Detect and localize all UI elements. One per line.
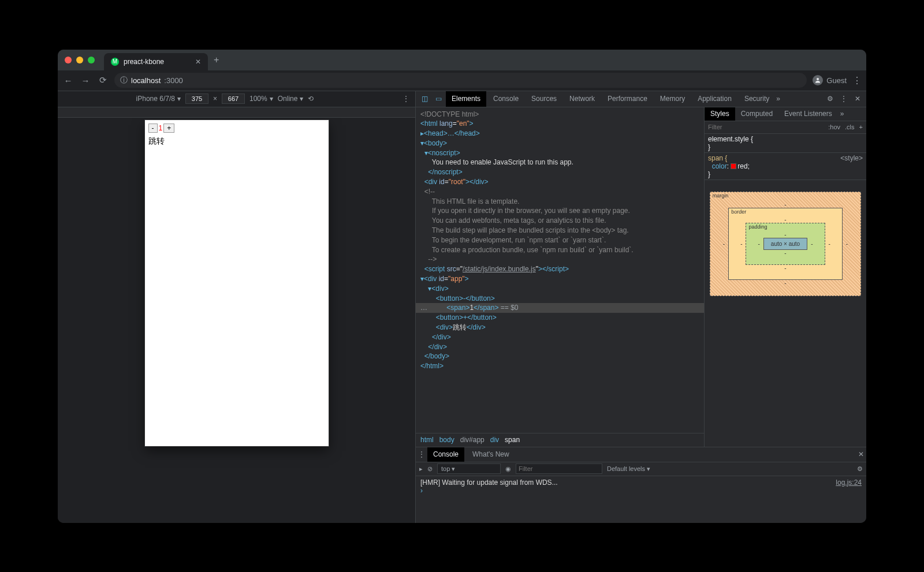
close-window-icon[interactable] [65, 57, 72, 63]
device-preview-panel: iPhone 6/7/8 ▾ × 100% ▾ Online ▾ ⟲ ⋮ - 1… [58, 91, 416, 523]
tab-close-icon[interactable]: ✕ [195, 58, 201, 66]
drawer-tab-whatsnew[interactable]: What's New [467, 447, 515, 462]
throttle-select[interactable]: Online ▾ [278, 95, 304, 103]
elements-tree-column: <!DOCTYPE html> <html lang="en"> ▸<head>… [416, 107, 705, 447]
new-tab-button[interactable]: + [214, 55, 219, 65]
device-select[interactable]: iPhone 6/7/8 ▾ [136, 95, 181, 103]
dom-breadcrumb: html body div#app div span [416, 433, 704, 447]
url-path: :3000 [164, 76, 183, 85]
tab-network[interactable]: Network [564, 91, 601, 107]
styles-filter-row: :hov .cls + [705, 121, 866, 134]
main-area: iPhone 6/7/8 ▾ × 100% ▾ Online ▾ ⟲ ⋮ - 1… [58, 91, 866, 523]
dom-tree[interactable]: <!DOCTYPE html> <html lang="en"> ▸<head>… [416, 107, 704, 433]
tab-event-listeners[interactable]: Event Listeners [778, 107, 838, 121]
context-select[interactable]: top ▾ [437, 463, 501, 474]
jump-link[interactable]: 跳转 [148, 136, 325, 147]
box-padding[interactable]: padding - - auto × auto - - [746, 223, 825, 265]
new-rule-icon[interactable]: + [859, 124, 863, 130]
reload-button[interactable]: ⟳ [97, 75, 109, 85]
rule-span[interactable]: span {<style> color: red; } [705, 153, 866, 180]
selected-dom-node[interactable]: … <span>1</span> == $0 [416, 303, 704, 313]
tab-performance[interactable]: Performance [602, 91, 653, 107]
rotate-icon[interactable]: ⟲ [308, 95, 314, 103]
styles-filter-input[interactable] [708, 124, 824, 130]
console-log-message: [HMR] Waiting for update signal from WDS… [420, 478, 558, 487]
tab-console[interactable]: Console [487, 91, 524, 107]
tab-sources[interactable]: Sources [526, 91, 562, 107]
console-toolbar: ▸ ⊘ top ▾ ◉ Default levels ▾ ⚙ [416, 462, 866, 476]
traffic-lights [65, 57, 95, 63]
levels-select[interactable]: Default levels ▾ [607, 465, 650, 473]
tab-styles[interactable]: Styles [705, 107, 735, 121]
inspect-icon[interactable]: ◫ [418, 95, 431, 103]
chrome-window: М preact-kbone ✕ + ← → ⟳ ⓘ localhost:300… [58, 50, 866, 523]
window-titlebar: М preact-kbone ✕ + [58, 50, 866, 70]
console-prompt[interactable]: › [420, 487, 423, 495]
console-log-source[interactable]: log.js:24 [836, 478, 862, 487]
minus-button[interactable]: - [148, 124, 158, 133]
favicon-icon: М [111, 58, 119, 66]
counter-row: - 1 + [148, 124, 325, 133]
console-sidebar-icon[interactable]: ▸ [419, 465, 423, 473]
drawer-tabs: ⋮ Console What's New ✕ [416, 447, 866, 462]
device-mode-icon[interactable]: ▭ [432, 95, 445, 103]
profile-label: Guest [826, 76, 847, 85]
console-filter-input[interactable] [516, 463, 602, 474]
info-icon: ⓘ [120, 75, 128, 85]
zoom-select[interactable]: 100% ▾ [249, 95, 273, 103]
crumb-span[interactable]: span [505, 436, 520, 444]
crumb-div[interactable]: div [490, 436, 499, 444]
device-width-input[interactable] [185, 94, 208, 104]
tab-title: preact-kbone [124, 58, 164, 66]
browser-tab[interactable]: М preact-kbone ✕ [104, 53, 208, 70]
plus-button[interactable]: + [163, 124, 174, 133]
device-height-input[interactable] [222, 94, 245, 104]
maximize-window-icon[interactable] [88, 57, 95, 63]
rule-element-style[interactable]: element.style { } [705, 134, 866, 153]
crumb-html[interactable]: html [420, 436, 434, 444]
clear-console-icon[interactable]: ⊘ [427, 465, 433, 473]
console-drawer: ⋮ Console What's New ✕ ▸ ⊘ top ▾ ◉ Defau… [416, 447, 866, 523]
settings-icon[interactable]: ⚙ [824, 95, 836, 103]
counter-value: 1 [159, 124, 163, 132]
drawer-tab-console[interactable]: Console [427, 447, 464, 462]
device-canvas: - 1 + 跳转 [58, 118, 415, 523]
live-expression-icon[interactable]: ◉ [505, 465, 511, 473]
styles-sidebar: Styles Computed Event Listeners » :hov .… [705, 107, 866, 447]
device-toolbar: iPhone 6/7/8 ▾ × 100% ▾ Online ▾ ⟲ ⋮ [58, 91, 415, 107]
styles-more-icon[interactable]: » [840, 110, 844, 118]
cls-toggle[interactable]: .cls [845, 124, 855, 130]
drawer-close-icon[interactable]: ✕ [858, 450, 864, 458]
tab-memory[interactable]: Memory [654, 91, 691, 107]
box-border[interactable]: border - - padding - - auto × auto - - [728, 208, 843, 280]
console-settings-icon[interactable]: ⚙ [857, 465, 863, 473]
devtools-menu-icon[interactable]: ⋮ [837, 95, 850, 103]
device-more-icon[interactable]: ⋮ [403, 95, 409, 103]
tab-application[interactable]: Application [692, 91, 737, 107]
crumb-app[interactable]: div#app [460, 436, 485, 444]
box-margin[interactable]: margin - - border - - padding - - auto [710, 192, 861, 296]
hov-toggle[interactable]: :hov [828, 124, 840, 130]
devtools-tabbar: ◫ ▭ Elements Console Sources Network Per… [416, 91, 866, 107]
forward-button[interactable]: → [80, 76, 91, 85]
devtools-close-icon[interactable]: ✕ [851, 95, 864, 103]
tab-security[interactable]: Security [739, 91, 775, 107]
ruler [58, 107, 415, 118]
phone-viewport: - 1 + 跳转 [145, 120, 329, 446]
back-button[interactable]: ← [62, 76, 74, 85]
drawer-menu-icon[interactable]: ⋮ [418, 450, 425, 458]
tabs-more-icon[interactable]: » [776, 95, 780, 103]
profile-button[interactable]: Guest [813, 75, 847, 85]
address-bar[interactable]: ⓘ localhost:3000 [114, 73, 807, 88]
tab-elements[interactable]: Elements [446, 91, 486, 107]
browser-menu-button[interactable]: ⋮ [852, 75, 862, 86]
console-output[interactable]: [HMR] Waiting for update signal from WDS… [416, 476, 866, 523]
minimize-window-icon[interactable] [76, 57, 83, 63]
devtools-body: <!DOCTYPE html> <html lang="en"> ▸<head>… [416, 107, 866, 447]
box-content[interactable]: auto × auto [763, 238, 807, 250]
color-swatch-icon[interactable] [731, 163, 736, 169]
box-model: margin - - border - - padding - - auto [705, 180, 866, 447]
styles-tabs: Styles Computed Event Listeners » [705, 107, 866, 121]
crumb-body[interactable]: body [439, 436, 454, 444]
tab-computed[interactable]: Computed [735, 107, 778, 121]
